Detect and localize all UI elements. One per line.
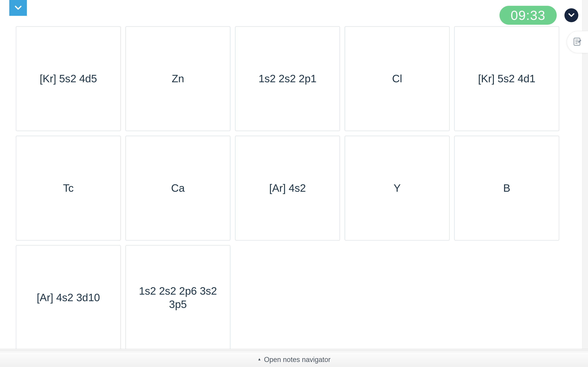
- open-notes-navigator-button[interactable]: ▲ Open notes navigator: [0, 352, 588, 367]
- card-label: 1s2 2s2 2p1: [259, 72, 317, 85]
- match-card[interactable]: 1s2 2s2 2p6 3s2 3p5: [125, 245, 230, 350]
- notes-navigator-label: Open notes navigator: [264, 356, 330, 364]
- match-card[interactable]: Cl: [345, 26, 450, 131]
- match-card[interactable]: 1s2 2s2 2p1: [235, 26, 340, 131]
- triangle-up-icon: ▲: [258, 357, 261, 361]
- notes-side-tab-button[interactable]: [567, 31, 588, 53]
- timer-area: 09:33: [500, 6, 578, 25]
- card-grid: [Kr] 5s2 4d5 Zn 1s2 2s2 2p1 Cl [Kr] 5s2 …: [16, 26, 563, 350]
- dropdown-toggle-button[interactable]: [9, 0, 27, 16]
- match-card[interactable]: Ca: [125, 136, 230, 241]
- card-label: Zn: [172, 72, 184, 85]
- chevron-down-icon: [567, 11, 575, 20]
- match-card[interactable]: [Kr] 5s2 4d5: [16, 26, 121, 131]
- card-label: [Kr] 5s2 4d1: [478, 72, 536, 85]
- card-label: Cl: [392, 72, 402, 85]
- card-label: Tc: [63, 182, 74, 195]
- card-label: Ca: [171, 182, 185, 195]
- timer-display: 09:33: [500, 6, 557, 25]
- match-card[interactable]: Tc: [16, 136, 121, 241]
- match-card[interactable]: [Kr] 5s2 4d1: [454, 26, 559, 131]
- timer-text: 09:33: [511, 8, 545, 23]
- content-divider: [0, 349, 588, 351]
- card-label: [Kr] 5s2 4d5: [40, 72, 97, 85]
- match-card[interactable]: [Ar] 4s2 3d10: [16, 245, 121, 350]
- card-label: [Ar] 4s2: [269, 182, 306, 195]
- top-bar: 09:33: [0, 0, 588, 23]
- edit-note-icon: [573, 37, 582, 47]
- card-label: 1s2 2s2 2p6 3s2 3p5: [132, 284, 224, 311]
- chevron-down-icon: [14, 3, 23, 13]
- collapse-button[interactable]: [564, 8, 578, 22]
- card-label: B: [503, 182, 510, 195]
- match-card[interactable]: [Ar] 4s2: [235, 136, 340, 241]
- match-card[interactable]: Y: [345, 136, 450, 241]
- match-card[interactable]: Zn: [125, 26, 230, 131]
- match-card[interactable]: B: [454, 136, 559, 241]
- card-label: [Ar] 4s2 3d10: [37, 291, 100, 304]
- card-label: Y: [394, 182, 401, 195]
